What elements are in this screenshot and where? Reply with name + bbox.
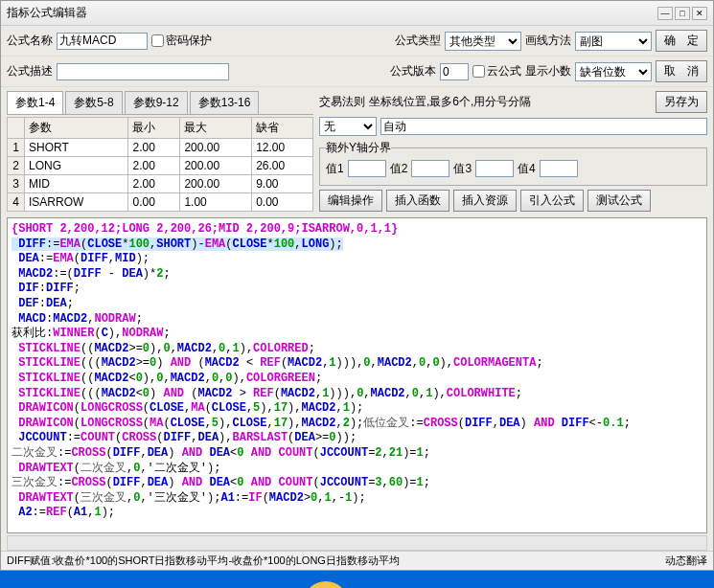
test-formula-button[interactable]: 测试公式 xyxy=(587,190,651,212)
edit-ops-button[interactable]: 编辑操作 xyxy=(319,190,382,212)
tab-params-1-4[interactable]: 参数1-4 xyxy=(7,91,63,114)
y2-input[interactable] xyxy=(411,160,449,177)
coord-hint: 坐标线位置,最多6个,用分号分隔 xyxy=(369,94,652,110)
logo-icon: ¥ xyxy=(303,581,349,588)
maximize-button[interactable]: □ xyxy=(675,7,690,20)
formula-type-label: 公式类型 xyxy=(395,33,441,49)
table-row: 4ISARROW0.001.000.00 xyxy=(8,193,313,212)
formula-desc-input[interactable] xyxy=(57,63,229,80)
close-button[interactable]: ✕ xyxy=(692,7,707,20)
y4-input[interactable] xyxy=(540,160,578,177)
tab-params-9-12[interactable]: 参数9-12 xyxy=(125,91,188,114)
window-title: 指标公式编辑器 xyxy=(7,5,87,21)
table-row: 3MID2.00200.009.00 xyxy=(8,175,313,193)
y3-input[interactable] xyxy=(475,160,514,177)
trade-rule-label: 交易法则 xyxy=(319,94,365,110)
tab-params-13-16[interactable]: 参数13-16 xyxy=(190,91,260,114)
draw-method-label: 画线方法 xyxy=(525,33,571,49)
version-input[interactable] xyxy=(440,63,469,80)
y1-input[interactable] xyxy=(348,160,386,177)
cloud-label: 云公式 xyxy=(487,63,521,79)
status-text: DIFF赋值:收盘价*100的SHORT日指数移动平均-收盘价*100的LONG… xyxy=(7,554,400,568)
minimize-button[interactable]: — xyxy=(657,7,673,20)
cloud-checkbox[interactable] xyxy=(472,65,485,78)
watermark-banner: 式指标网 ¥ www.9m8.cn xyxy=(0,571,714,588)
params-table: 参数最小最大缺省 1SHORT2.00200.0012.00 2LONG2.00… xyxy=(7,117,313,212)
code-editor[interactable]: {SHORT 2,200,12;LONG 2,200,26;MID 2,200,… xyxy=(7,217,707,533)
extra-y-legend: 额外Y轴分界 xyxy=(326,140,391,156)
extra-y-fieldset: 额外Y轴分界 值1 值2 值3 值4 xyxy=(319,140,707,186)
insert-res-button[interactable]: 插入资源 xyxy=(453,190,517,212)
table-row: 2LONG2.00200.0026.00 xyxy=(8,157,313,175)
insert-func-button[interactable]: 插入函数 xyxy=(386,190,449,212)
trade-rule-select[interactable]: 无 xyxy=(319,117,377,136)
version-label: 公式版本 xyxy=(390,63,436,79)
coord-input[interactable] xyxy=(380,118,707,135)
password-checkbox[interactable] xyxy=(151,34,164,47)
import-formula-button[interactable]: 引入公式 xyxy=(520,190,584,212)
formula-type-select[interactable]: 其他类型 xyxy=(445,32,521,51)
formula-desc-label: 公式描述 xyxy=(7,63,53,79)
horizontal-scrollbar[interactable] xyxy=(7,535,707,551)
tab-params-5-8[interactable]: 参数5-8 xyxy=(65,91,122,114)
decimal-select[interactable]: 缺省位数 xyxy=(575,62,652,81)
formula-name-label: 公式名称 xyxy=(7,33,53,49)
ok-button[interactable]: 确 定 xyxy=(656,30,707,52)
password-label: 密码保护 xyxy=(166,33,212,49)
draw-method-select[interactable]: 副图 xyxy=(575,32,652,51)
status-right: 动态翻译 xyxy=(665,554,707,568)
table-row: 1SHORT2.00200.0012.00 xyxy=(8,139,313,157)
formula-name-input[interactable] xyxy=(57,33,148,50)
save-as-button[interactable]: 另存为 xyxy=(656,91,707,113)
decimal-label: 显示小数 xyxy=(525,63,571,79)
cancel-button[interactable]: 取 消 xyxy=(656,60,707,82)
